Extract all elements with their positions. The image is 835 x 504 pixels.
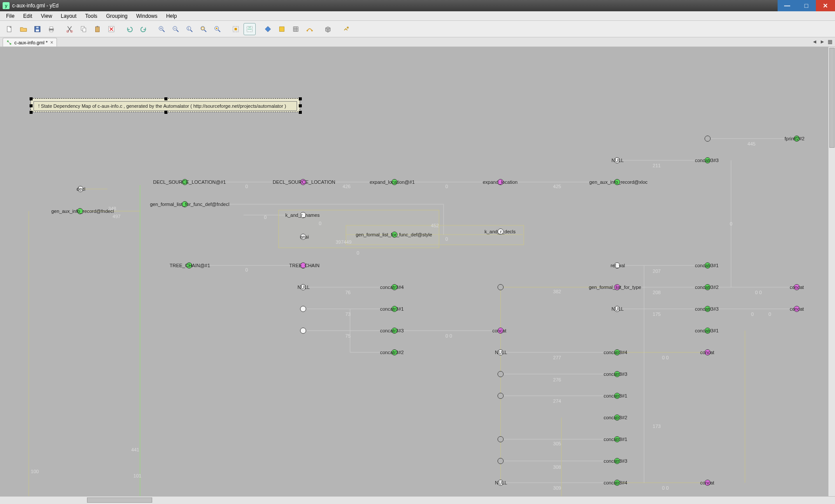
node-w1[interactable] <box>300 306 306 312</box>
node-cc31[interactable] <box>614 393 620 399</box>
menu-edit[interactable]: Edit <box>20 12 36 20</box>
tab-menu-button[interactable]: ▦ <box>828 39 832 45</box>
redo-button[interactable] <box>137 23 150 35</box>
window-minimize-button[interactable]: — <box>778 0 797 11</box>
zoom-out-button[interactable] <box>170 23 182 35</box>
delete-button[interactable] <box>105 23 117 35</box>
print-button[interactable] <box>45 23 57 35</box>
node-concat32[interactable] <box>391 349 397 355</box>
node-TREE_CHAIN1[interactable] <box>186 262 192 269</box>
node-gr1[interactable] <box>498 284 504 290</box>
graph-canvas[interactable]: ! State Dependency Map of c-aux-info.c ,… <box>0 47 835 496</box>
node-ccx33top[interactable] <box>705 157 711 163</box>
node-disc[interactable] <box>705 136 711 142</box>
node-ccx31b[interactable] <box>705 328 711 334</box>
node-TREE_CHAIN[interactable] <box>300 262 306 269</box>
horizontal-scroll-thumb[interactable] <box>87 497 152 503</box>
new-button[interactable] <box>3 23 16 35</box>
node-gen_aux_info_record_fndecl[interactable] <box>77 208 83 214</box>
open-button[interactable] <box>17 23 30 35</box>
selection-handle[interactable] <box>30 104 33 107</box>
node-cc33[interactable] <box>614 371 620 377</box>
node-ansi[interactable] <box>300 234 306 240</box>
node-cc33b[interactable] <box>614 458 620 464</box>
node-concat31[interactable] <box>391 306 397 312</box>
node-concatR2[interactable] <box>794 306 800 312</box>
layout-hierarchic-button[interactable] <box>262 23 274 35</box>
selection-handle[interactable] <box>164 97 167 100</box>
window-maximize-button[interactable]: □ <box>797 0 816 11</box>
undo-button[interactable] <box>124 23 136 35</box>
node-gr3[interactable] <box>498 393 504 399</box>
node-concatR[interactable] <box>794 284 800 290</box>
menu-tools[interactable]: Tools <box>82 12 101 20</box>
node-ret_val[interactable] <box>614 262 620 269</box>
copy-button[interactable] <box>77 23 90 35</box>
node-cc32a[interactable] <box>614 414 620 421</box>
node-concat33[interactable] <box>391 328 397 334</box>
node-w2[interactable] <box>300 328 306 334</box>
zoom-in-button[interactable] <box>156 23 168 35</box>
fit-selection-button[interactable] <box>244 23 256 35</box>
layout-grid-button[interactable] <box>290 23 302 35</box>
selection-handle[interactable] <box>164 111 167 114</box>
node-cc31b[interactable] <box>614 436 620 442</box>
menu-file[interactable]: File <box>3 12 18 20</box>
node-gr5[interactable] <box>498 458 504 464</box>
tab-prev-button[interactable]: ◄ <box>812 39 817 45</box>
node-concat3m[interactable] <box>705 480 711 486</box>
zoom-fit-button[interactable] <box>197 23 210 35</box>
selection-handle[interactable] <box>299 111 302 114</box>
menu-windows[interactable]: Windows <box>133 12 161 20</box>
node-gen_formal_list_for_type[interactable] <box>614 284 620 290</box>
node-concat2m[interactable] <box>705 349 711 355</box>
menu-view[interactable]: View <box>37 12 56 20</box>
node-DECL_SOURCE_LOCATION1[interactable] <box>182 179 188 185</box>
node-ccx33[interactable] <box>705 306 711 312</box>
layout-organic-button[interactable] <box>276 23 288 35</box>
selection-handle[interactable] <box>30 111 33 114</box>
node-gr4[interactable] <box>498 436 504 442</box>
node-NULL1[interactable] <box>300 284 306 290</box>
tab-next-button[interactable]: ► <box>820 39 825 45</box>
document-tab[interactable]: c-aux-info.gml * × <box>3 38 57 46</box>
zoom-selection-button[interactable] <box>211 23 224 35</box>
node-cc34[interactable] <box>614 349 620 355</box>
window-close-button[interactable]: ✕ <box>816 0 835 11</box>
node-concat34[interactable] <box>391 284 397 290</box>
node-NULLtop[interactable] <box>614 157 620 163</box>
menu-grouping[interactable]: Grouping <box>103 12 131 20</box>
node-fprintf[interactable] <box>794 136 800 142</box>
node-gen_aux_info_record_xloc[interactable] <box>614 179 620 185</box>
selected-node-banner-box[interactable]: ! State Dependency Map of c-aux-info.c ,… <box>30 98 300 112</box>
selection-handle[interactable] <box>299 97 302 100</box>
node-gen_formal_list_for_func_def_fndecl[interactable] <box>182 201 188 207</box>
fit-content-button[interactable] <box>230 23 242 35</box>
node-k_and_r_names[interactable] <box>300 212 306 218</box>
node-NULL2[interactable] <box>498 349 504 355</box>
node-expand_location1[interactable] <box>391 179 397 185</box>
node-NULL4[interactable] <box>614 306 620 312</box>
vertical-scroll-thumb[interactable] <box>829 48 835 148</box>
node-k_and_r_decls[interactable] <box>498 229 504 235</box>
package-button[interactable] <box>322 23 334 35</box>
node-NULL3[interactable] <box>498 480 504 486</box>
save-button[interactable] <box>31 23 43 35</box>
node-ccx31[interactable] <box>705 262 711 269</box>
node-decl[interactable] <box>77 186 84 192</box>
paste-button[interactable] <box>91 23 104 35</box>
node-concat[interactable] <box>498 328 504 334</box>
selection-handle[interactable] <box>30 97 33 100</box>
tab-close-button[interactable]: × <box>50 40 53 46</box>
node-ccx32[interactable] <box>705 284 711 290</box>
zoom-reset-button[interactable]: 1 <box>184 23 196 35</box>
cut-button[interactable] <box>63 23 76 35</box>
vertical-scrollbar[interactable] <box>828 47 835 496</box>
node-DECL_SOURCE_LOCATION[interactable] <box>300 179 306 185</box>
settings-button[interactable] <box>340 23 352 35</box>
node-expand_location[interactable] <box>498 179 504 185</box>
menu-help[interactable]: Help <box>163 12 180 20</box>
selection-handle[interactable] <box>299 104 302 107</box>
node-cc34b[interactable] <box>614 480 620 486</box>
node-gen_formal_list_for_func_def_style[interactable] <box>391 232 397 238</box>
